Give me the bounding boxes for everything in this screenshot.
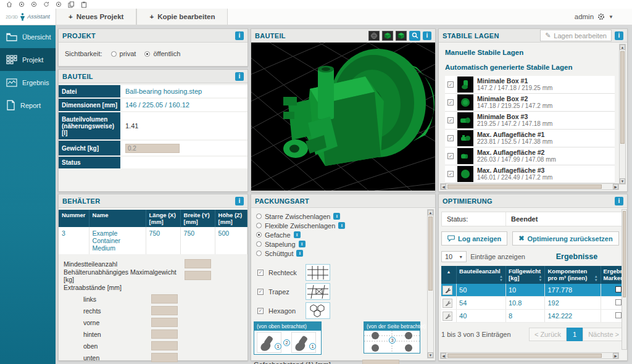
- scroll-up-arrow[interactable]: ▲: [428, 210, 433, 215]
- col-header[interactable]: Name: [89, 210, 146, 227]
- col-header-komponenten[interactable]: Komponenten pro m³ (innen)▲▼: [545, 266, 601, 284]
- marker-checkbox[interactable]: [615, 312, 622, 318]
- extra-vorne-input[interactable]: [151, 318, 178, 327]
- scroll-left-arrow[interactable]: ◀: [441, 184, 446, 189]
- info-icon[interactable]: i: [615, 31, 623, 40]
- wrench-icon[interactable]: [443, 286, 452, 295]
- lage-item-auflageflaeche-1[interactable]: ✓ Max. Auflagefläche #1 223.81 / 152.5 /…: [445, 130, 615, 147]
- tab-neues-projekt[interactable]: + Neues Projekt: [56, 9, 136, 25]
- radio-oeffentlich[interactable]: öffentlich: [144, 50, 180, 57]
- stabile-hscrollbar[interactable]: ◀ ▶: [440, 183, 619, 190]
- scroll-down-arrow[interactable]: ▼: [428, 352, 433, 358]
- result-row-3[interactable]: 40 8 142.222: [441, 310, 627, 323]
- scroll-right-arrow[interactable]: ▶: [613, 184, 618, 189]
- rechteck-checkbox[interactable]: ✓: [257, 270, 264, 276]
- home-icon[interactable]: [6, 1, 12, 7]
- lagen-bearbeiten-button[interactable]: ✎ Lagen bearbeiten: [540, 30, 612, 41]
- radio-flexible-zwischenlagen[interactable]: Flexible Zwischenlagen i: [256, 221, 435, 230]
- refresh-icon[interactable]: [43, 1, 49, 7]
- col-header[interactable]: Länge (X) [mm]: [146, 210, 180, 227]
- extra-hinten-input[interactable]: [151, 329, 178, 339]
- scroll-thumb[interactable]: [447, 184, 602, 189]
- radio-privat[interactable]: privat: [111, 50, 136, 57]
- lage-checkbox[interactable]: ✓: [447, 153, 454, 159]
- paste-icon[interactable]: [81, 1, 88, 8]
- result-row-2[interactable]: 54 10.8 192: [441, 297, 627, 310]
- gefacheabstand-input[interactable]: [362, 360, 399, 364]
- lage-item-minimale-box-3[interactable]: ✓ Minimale Box #3 219.25 / 147.2 / 147.1…: [445, 112, 615, 130]
- lage-item-minimale-box-1[interactable]: ✓ Minimale Box #1 147.2 / 147.18 / 219.2…: [445, 76, 615, 94]
- log-anzeigen-button[interactable]: Log anzeigen: [441, 231, 507, 246]
- extra-oben-input[interactable]: [151, 341, 178, 350]
- trapez-checkbox[interactable]: ✓: [257, 289, 264, 295]
- scroll-down-arrow[interactable]: ▼: [620, 178, 625, 184]
- radio-schuettgut[interactable]: Schüttgut i: [256, 249, 435, 258]
- col-header-fuellgewicht[interactable]: Füllgewicht [kg]▲▼: [505, 266, 545, 284]
- extra-unten-input[interactable]: [151, 353, 178, 362]
- extra-links-input[interactable]: [151, 294, 178, 304]
- lage-checkbox[interactable]: ✓: [447, 171, 454, 177]
- solid-view-button[interactable]: [396, 31, 407, 41]
- col-header[interactable]: Höhe (Z) [mm]: [215, 210, 247, 227]
- shaded-view-button[interactable]: [382, 31, 393, 41]
- scroll-thumb[interactable]: [428, 217, 433, 291]
- scroll-thumb[interactable]: [620, 51, 625, 144]
- tab-kopie-bearbeiten[interactable]: + Kopie bearbeiten: [136, 9, 228, 25]
- pagination-page-1[interactable]: 1: [567, 328, 583, 341]
- pagination-prev-button[interactable]: < Zurück: [529, 328, 567, 341]
- info-icon[interactable]: i: [615, 197, 623, 205]
- wrench-icon[interactable]: [443, 312, 452, 321]
- scroll-left-arrow[interactable]: ◀: [441, 353, 446, 358]
- lage-item-auflageflaeche-2[interactable]: ✓ Max. Auflagefläche #2 226.03 / 147.99 …: [445, 147, 615, 165]
- info-icon[interactable]: i: [338, 222, 345, 229]
- info-icon[interactable]: i: [294, 231, 301, 238]
- lage-item-minimale-box-2[interactable]: ✓ Minimale Box #2 147.18 / 219.25 / 147.…: [445, 94, 615, 112]
- wireframe-view-button[interactable]: [368, 31, 380, 41]
- marker-checkbox[interactable]: [615, 286, 622, 292]
- lage-checkbox[interactable]: ✓: [447, 117, 454, 123]
- max-weight-input[interactable]: [185, 271, 211, 280]
- info-icon[interactable]: i: [296, 250, 303, 257]
- radio-gefache[interactable]: Gefache i: [256, 230, 435, 239]
- extra-rechts-input[interactable]: [151, 306, 178, 315]
- radio-stapelung[interactable]: Stapelung i: [256, 239, 435, 249]
- record-icon[interactable]: [31, 1, 37, 7]
- col-header[interactable]: Nummer: [59, 210, 89, 227]
- info-icon[interactable]: i: [423, 31, 431, 40]
- app-logo[interactable]: 2D/3D Assistant: [0, 9, 56, 25]
- scroll-up-arrow[interactable]: ▲: [620, 44, 625, 50]
- col-header-bauteileanzahl[interactable]: Bauteileanzahl▲▼: [457, 266, 506, 284]
- optimierung-zuruecksetzen-button[interactable]: ✖ Optimierung zurücksetzen: [512, 231, 618, 246]
- col-header[interactable]: Breite (Y) [mm]: [180, 210, 215, 227]
- user-menu[interactable]: admin ▼: [575, 9, 613, 25]
- info-icon[interactable]: i: [235, 72, 244, 81]
- lage-item-auflageflaeche-3[interactable]: ✓ Max. Auflagefläche #3 146.01 / 224.49 …: [445, 165, 615, 183]
- wrench-icon[interactable]: [443, 299, 452, 308]
- marker-checkbox[interactable]: [615, 299, 622, 305]
- record-icon[interactable]: [56, 1, 62, 7]
- sort-column-header[interactable]: ▲: [441, 266, 457, 284]
- scroll-thumb[interactable]: [623, 211, 626, 297]
- sidebar-item-ergebnis[interactable]: Ergebnis: [0, 71, 56, 94]
- lage-checkbox[interactable]: ✓: [447, 81, 454, 88]
- optimierung-scrollbar[interactable]: [622, 209, 627, 350]
- record-icon[interactable]: [19, 1, 25, 7]
- lage-checkbox[interactable]: ✓: [447, 99, 454, 105]
- sidebar-item-projekt[interactable]: Projekt: [0, 48, 56, 71]
- sidebar-item-uebersicht[interactable]: Übersicht: [0, 25, 56, 48]
- page-size-select[interactable]: 10 ▼: [441, 251, 467, 262]
- result-row-1[interactable]: 50 10 177.778: [441, 284, 627, 297]
- info-icon[interactable]: i: [333, 213, 340, 220]
- info-icon[interactable]: i: [235, 197, 244, 205]
- sidebar-item-report[interactable]: Report: [0, 94, 56, 117]
- packungsart-scrollbar[interactable]: ▲ ▼: [427, 209, 434, 358]
- lage-checkbox[interactable]: ✓: [447, 135, 454, 141]
- zoom-button[interactable]: [409, 31, 420, 41]
- stabile-scrollbar[interactable]: ▲ ▼: [619, 44, 626, 184]
- optimierung-hscrollbar[interactable]: ◀ ▶: [440, 352, 619, 359]
- min-parts-input[interactable]: [185, 259, 211, 268]
- radio-starre-zwischenlagen[interactable]: Starre Zwischenlagen i: [256, 212, 435, 221]
- hexagon-checkbox[interactable]: ✓: [257, 308, 264, 314]
- scroll-right-arrow[interactable]: ▶: [613, 353, 618, 358]
- gewicht-input[interactable]: [125, 144, 180, 153]
